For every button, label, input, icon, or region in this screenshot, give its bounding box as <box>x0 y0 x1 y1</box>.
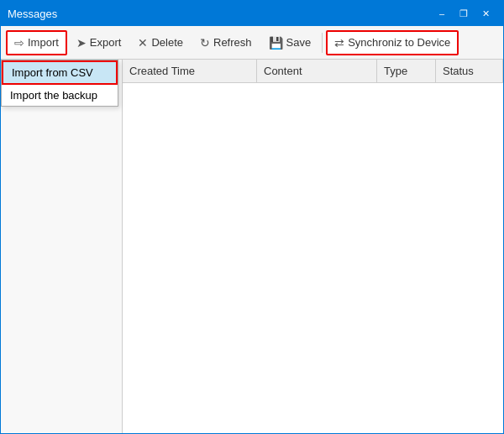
col-header-type: Type <box>377 60 436 82</box>
restore-button[interactable]: ❐ <box>453 5 475 22</box>
col-header-created: Created Time <box>123 60 257 82</box>
table-area: Created Time Content Type Status <box>123 60 503 433</box>
export-label: Export <box>90 36 122 49</box>
refresh-icon: ↻ <box>200 36 210 50</box>
dropdown-item-backup[interactable]: Import the backup <box>2 85 118 106</box>
save-icon: 💾 <box>269 36 283 50</box>
refresh-label: Refresh <box>213 36 252 49</box>
sync-button[interactable]: ⇄ Synchroniz to Device <box>326 30 459 55</box>
col-header-status: Status <box>436 60 503 82</box>
content-area: Import from CSV Import the backup Create… <box>1 60 503 433</box>
save-label: Save <box>286 36 312 49</box>
sync-icon: ⇄ <box>334 36 344 50</box>
sync-label: Synchroniz to Device <box>348 36 450 49</box>
export-icon: ➤ <box>76 36 87 50</box>
dropdown-item-csv[interactable]: Import from CSV <box>2 60 118 85</box>
window-controls: – ❐ ✕ <box>431 5 496 22</box>
minimize-button[interactable]: – <box>431 5 453 22</box>
refresh-button[interactable]: ↻ Refresh <box>192 30 260 55</box>
col-header-content: Content <box>257 60 377 82</box>
save-button[interactable]: 💾 Save <box>261 30 319 55</box>
import-button[interactable]: ⇨ Import <box>6 30 67 55</box>
delete-button[interactable]: ✕ Delete <box>130 30 191 55</box>
import-dropdown: Import from CSV Import the backup <box>1 60 118 107</box>
toolbar-separator <box>322 33 323 53</box>
table-header: Created Time Content Type Status <box>123 60 503 83</box>
left-panel: Import from CSV Import the backup <box>1 60 123 433</box>
close-button[interactable]: ✕ <box>475 5 496 22</box>
toolbar: ⇨ Import ➤ Export ✕ Delete ↻ Refresh 💾 S… <box>1 26 503 60</box>
table-body <box>123 83 503 433</box>
window-title: Messages <box>8 8 431 20</box>
import-icon: ⇨ <box>14 36 24 50</box>
export-button[interactable]: ➤ Export <box>69 30 129 55</box>
main-window: Messages – ❐ ✕ ⇨ Import ➤ Export ✕ Delet… <box>0 0 504 434</box>
delete-label: Delete <box>151 36 183 49</box>
title-bar: Messages – ❐ ✕ <box>1 1 503 26</box>
import-label: Import <box>28 36 59 49</box>
delete-icon: ✕ <box>138 36 148 50</box>
